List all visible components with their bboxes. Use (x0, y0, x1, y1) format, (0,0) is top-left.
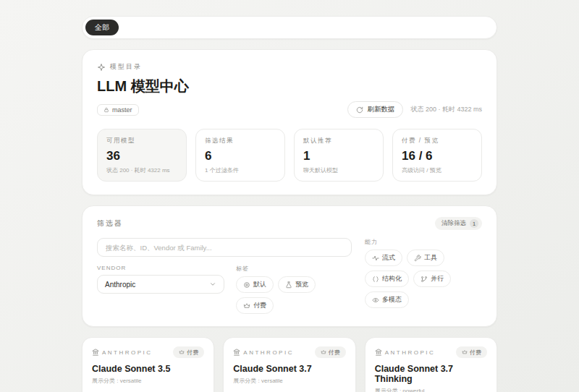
search-input[interactable] (97, 238, 352, 257)
paid-badge: 付费 (315, 346, 346, 358)
vendor-tag: ANTHROPIC (92, 349, 153, 356)
tag-chip-preview[interactable]: 预览 (278, 276, 316, 293)
stat-value: 36 (106, 149, 177, 163)
catalog-icon (97, 63, 106, 72)
stat-value: 6 (205, 149, 276, 163)
vendor-select[interactable]: Anthropic (97, 275, 224, 294)
stat-sub: 聊天默认模型 (303, 166, 374, 174)
stat-filter-results: 筛选结果 6 1 个过滤条件 (195, 129, 285, 182)
crown-icon (321, 349, 326, 355)
model-card-claude-sonnet-3-5[interactable]: ANTHROPIC 付费 Claude Sonnet 3.5 展示分类 : ve… (82, 337, 214, 392)
stat-sub: 高级访问 / 预览 (402, 166, 473, 174)
capability-chip-streaming[interactable]: 流式 (365, 250, 402, 266)
catalog-label: 模型目录 (110, 62, 142, 72)
tag-chip-label: 默认 (253, 280, 266, 289)
page: 全部 模型目录 LLM 模型中心 master 刷新数据 (82, 0, 497, 392)
status-text: 状态 200 · 耗时 4322 ms (410, 105, 482, 114)
branch-label: master (112, 106, 132, 114)
flask-icon (285, 281, 292, 289)
paid-badge-label: 付费 (470, 349, 481, 357)
vendor-selected-value: Anthropic (105, 281, 135, 289)
capability-chip-label: 工具 (424, 253, 437, 263)
model-name: Claude Sonnet 3.7 Thinking (375, 364, 487, 384)
model-card-claude-sonnet-3-7-thinking[interactable]: ANTHROPIC 付费 Claude Sonnet 3.7 Thinking … (365, 337, 497, 392)
stat-sub: 状态 200 · 耗时 4322 ms (106, 166, 177, 174)
crown-icon (243, 302, 250, 310)
capability-chip-label: 结构化 (382, 274, 402, 284)
filter-card: 筛选器 清除筛选 1 VENDOR Anthropic (82, 205, 497, 327)
stat-available-models: 可用模型 36 状态 200 · 耗时 4322 ms (97, 129, 187, 182)
clear-filters-label: 清除筛选 (441, 219, 466, 228)
lock-icon (103, 107, 109, 113)
model-category-label: 展示分类 : (233, 378, 259, 384)
crown-icon (179, 349, 185, 355)
eye-icon (372, 297, 379, 304)
git-branch-icon (420, 276, 428, 283)
model-name: Claude Sonnet 3.5 (92, 364, 204, 374)
vendor-label: VENDOR (97, 265, 224, 271)
model-name: Claude Sonnet 3.7 (233, 364, 345, 374)
model-category: 展示分类 : versatile (92, 377, 204, 385)
model-category: 展示分类 : versatile (233, 377, 345, 385)
vendor-name: ANTHROPIC (102, 349, 153, 356)
stat-label: 可用模型 (106, 137, 177, 145)
model-card-claude-sonnet-3-7[interactable]: ANTHROPIC 付费 Claude Sonnet 3.7 展示分类 : ve… (223, 337, 355, 392)
crown-icon (462, 349, 468, 355)
bank-icon (92, 349, 99, 356)
paid-badge: 付费 (456, 346, 487, 358)
refresh-label: 刷新数据 (367, 105, 394, 114)
tag-chip-default[interactable]: 默认 (236, 276, 274, 293)
stat-label: 筛选结果 (205, 137, 276, 145)
activity-icon (372, 255, 379, 262)
refresh-button[interactable]: 刷新数据 (347, 101, 403, 118)
clear-filters-count-badge: 1 (470, 219, 478, 228)
paid-badge-label: 付费 (329, 349, 340, 357)
vendor-name: ANTHROPIC (385, 349, 436, 356)
model-category-label: 展示分类 : (92, 378, 118, 384)
header-card: 模型目录 LLM 模型中心 master 刷新数据 状态 200 · 耗时 43… (82, 49, 497, 195)
filter-title: 筛选器 (97, 218, 123, 229)
capability-chip-label: 流式 (382, 253, 395, 263)
capability-chip-parallel[interactable]: 并行 (413, 270, 451, 287)
paid-badge-label: 付费 (187, 349, 198, 357)
stat-value: 16 / 6 (402, 149, 473, 163)
capability-chip-multimodal[interactable]: 多模态 (365, 291, 409, 308)
stats-row: 可用模型 36 状态 200 · 耗时 4322 ms 筛选结果 6 1 个过滤… (97, 129, 482, 182)
stat-paid-preview: 付费 / 预览 16 / 6 高级访问 / 预览 (392, 129, 482, 182)
vendor-group: VENDOR Anthropic (97, 265, 224, 314)
capability-chip-structured[interactable]: 结构化 (365, 270, 409, 287)
model-category-label: 展示分类 : (375, 388, 401, 392)
tags-group: 标签 默认 (236, 265, 352, 314)
vendor-tag: ANTHROPIC (375, 349, 436, 356)
stat-label: 付费 / 预览 (402, 137, 473, 145)
stat-value: 1 (303, 149, 374, 163)
capabilities-label: 能力 (365, 238, 482, 246)
stat-label: 默认推荐 (303, 137, 374, 145)
tags-label: 标签 (236, 265, 352, 273)
paid-badge: 付费 (173, 346, 204, 358)
page-title: LLM 模型中心 (97, 77, 482, 96)
clear-filters-button[interactable]: 清除筛选 1 (435, 217, 482, 230)
top-toolbar: 全部 (82, 16, 497, 39)
model-category-value: powerful (402, 388, 424, 392)
stat-default-recommend: 默认推荐 1 聊天默认模型 (294, 129, 384, 182)
chevron-down-icon (209, 281, 216, 288)
stat-sub: 1 个过滤条件 (205, 166, 276, 174)
target-icon (243, 281, 250, 289)
tag-chip-paid[interactable]: 付费 (236, 297, 274, 314)
refresh-icon (356, 106, 363, 114)
catalog-row: 模型目录 (97, 62, 482, 72)
branch-badge: master (97, 104, 139, 116)
capability-chip-tools[interactable]: 工具 (407, 250, 444, 266)
wrench-icon (414, 255, 421, 262)
braces-icon (372, 276, 379, 283)
bank-icon (233, 349, 240, 356)
filter-all-button[interactable]: 全部 (85, 20, 119, 35)
vendor-tag: ANTHROPIC (233, 349, 294, 356)
capability-chip-label: 并行 (431, 274, 444, 284)
tag-chip-label: 付费 (253, 301, 266, 310)
tag-chip-label: 预览 (295, 280, 308, 289)
vendor-name: ANTHROPIC (243, 349, 294, 356)
model-card-grid: ANTHROPIC 付费 Claude Sonnet 3.5 展示分类 : ve… (82, 337, 497, 392)
capability-chip-label: 多模态 (382, 295, 402, 304)
